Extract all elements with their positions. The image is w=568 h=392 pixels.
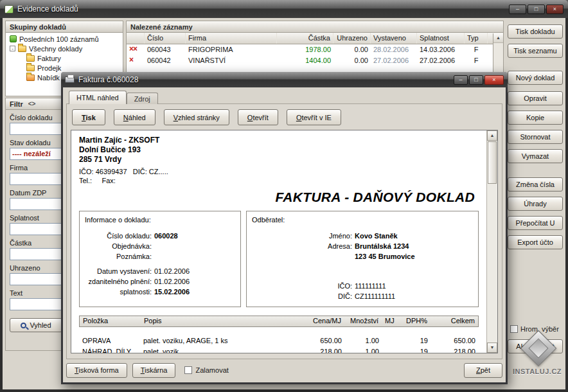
datum-zdp-input[interactable] xyxy=(10,198,62,210)
castka-input[interactable] xyxy=(10,248,62,260)
item-mnozstvi: 1.00 xyxy=(345,346,382,353)
tisk-seznamu-button[interactable]: Tisk seznamu xyxy=(508,44,563,58)
column-header-splatnost[interactable]: Splatnost xyxy=(417,33,465,44)
invoice-doc-title: FAKTURA - DAŇOVÝ DOKLAD xyxy=(79,190,479,205)
export-ucto-button[interactable]: Export účto xyxy=(508,235,563,249)
row-label: IČO: xyxy=(307,281,352,291)
unpaid-status-icon: × xyxy=(127,55,145,66)
uhrady-button[interactable]: Úhrady xyxy=(508,197,563,211)
printer-icon xyxy=(65,76,75,83)
hrom-vyber-option[interactable]: Hrom. výběr xyxy=(510,325,559,333)
zmena-cisla-button[interactable]: Změna čísla xyxy=(508,177,563,192)
close-icon[interactable]: × xyxy=(546,4,564,14)
stornovat-button[interactable]: Stornovat xyxy=(508,130,563,144)
tree-item-label: Všechny doklady xyxy=(29,45,82,53)
tab-html-nahled[interactable]: HTML náhled xyxy=(69,91,127,104)
minimize-icon[interactable]: – xyxy=(454,75,468,85)
row-value: 060028 xyxy=(154,231,235,241)
table-row[interactable]: × 060042 VINAŘSTVÍ 1404.00 0.00 27.02.20… xyxy=(127,55,503,66)
maximize-icon[interactable]: □ xyxy=(528,4,545,14)
tree-item-all-documents[interactable]: - Všechny doklady xyxy=(6,44,123,53)
scroll-down-icon[interactable]: ▼ xyxy=(487,343,497,353)
collapse-icon[interactable]: <> xyxy=(28,100,36,107)
otevrit-button[interactable]: Otevřít xyxy=(238,109,278,125)
tree-item-prodejky[interactable]: Prodejk xyxy=(6,63,123,73)
otevrit-v-ie-button[interactable]: Otevřít v IE xyxy=(287,109,341,125)
tisk-button[interactable]: Tisk xyxy=(72,109,105,125)
customer-box-rows: Jméno: Kovo Staněk Adresa: Bruntálská 12… xyxy=(252,231,473,301)
tiskova-forma-button[interactable]: Tisková forma xyxy=(66,363,127,378)
item-celkem: 218.00 xyxy=(431,346,479,353)
tisk-dokladu-button[interactable]: Tisk dokladu xyxy=(508,24,563,39)
tree-item-faktury[interactable]: Faktury xyxy=(6,53,123,63)
row-label: Jméno: xyxy=(307,231,352,241)
item-polozka: OPRAVA xyxy=(79,335,140,346)
customer-box: Odběratel: Jméno: Kovo Staněk Adresa: Br… xyxy=(246,211,479,307)
search-button[interactable]: Vyhled xyxy=(10,318,62,332)
vzhled-stranky-button[interactable]: Vzhled stránky xyxy=(164,109,229,125)
search-icon xyxy=(21,323,26,328)
cell-firma: FRIGOPRIMA xyxy=(186,44,277,55)
cell-cislo: 060042 xyxy=(145,55,186,66)
prepocitat-button[interactable]: Přepočítat U xyxy=(508,216,563,230)
row-label: DIČ: xyxy=(307,291,352,301)
column-header-status[interactable] xyxy=(127,33,145,44)
zalamovat-checkbox[interactable] xyxy=(184,366,192,374)
invoice-info-boxes: Informace o dokladu: Číslo dokladu: 0600… xyxy=(79,211,479,307)
window-title: Evidence dokladů xyxy=(17,4,78,13)
column-header-cislo[interactable]: Číslo xyxy=(145,33,186,44)
item-mj xyxy=(382,335,402,346)
tree-item-label: Faktury xyxy=(37,55,61,62)
dialog-tabs: HTML náhled Zdroj xyxy=(69,91,158,104)
groups-panel-header: Skupiny dokladů xyxy=(6,21,123,33)
novy-doklad-button[interactable]: Nový doklad xyxy=(508,71,563,85)
column-header-uhrazeno[interactable]: Uhrazeno xyxy=(333,33,371,44)
column-header-vystaveno[interactable]: Vystaveno xyxy=(371,33,417,44)
nahled-button[interactable]: Náhled xyxy=(114,109,155,125)
scroll-up-icon[interactable]: ▲ xyxy=(487,130,497,141)
row-label: Datum vystavení: xyxy=(85,266,152,276)
tab-zdroj[interactable]: Zdroj xyxy=(127,93,158,104)
main-window: Evidence dokladů – □ × Skupiny dokladů P… xyxy=(0,0,568,392)
cislo-dokladu-input[interactable] xyxy=(10,123,62,135)
row-value: 111111111 xyxy=(355,281,473,291)
tree-item-last100[interactable]: Posledních 100 záznamů xyxy=(6,34,123,44)
zalamovat-option[interactable]: Zalamovat xyxy=(184,366,228,374)
close-icon[interactable]: × xyxy=(484,75,504,85)
minimize-icon[interactable]: – xyxy=(509,4,526,14)
hrom-vyber-checkbox[interactable] xyxy=(510,325,518,333)
cell-uhrazeno: 0.00 xyxy=(333,44,371,55)
item-popis: palet. voziku, ARAGE, 1 ks xyxy=(140,335,301,346)
maximize-icon[interactable]: □ xyxy=(469,75,483,85)
text-input[interactable] xyxy=(10,298,62,310)
item-celkem: 650.00 xyxy=(431,335,479,346)
column-header-firma[interactable]: Firma xyxy=(186,33,277,44)
item-cena: 650.00 xyxy=(301,335,345,346)
row-label: Objednávka: xyxy=(85,241,152,251)
row-value xyxy=(154,241,235,251)
items-col-mnozstvi: Množství xyxy=(344,316,382,326)
column-header-typ[interactable]: Typ xyxy=(465,33,488,44)
expander-icon[interactable]: - xyxy=(10,46,15,51)
invoice-preview: Martin Zajíc - ZKSOFT Dolní Bučice 193 2… xyxy=(71,130,498,353)
tiskarna-button[interactable]: Tiskárna xyxy=(132,363,176,378)
dialog-bottom-bar: Tisková forma Tiskárna Zalamovat Zpět xyxy=(66,361,502,379)
items-col-celkem: Celkem xyxy=(430,316,478,326)
unpaid-status-icon: ×× xyxy=(127,44,145,55)
uhrazeno-input[interactable] xyxy=(10,273,62,285)
scrollbar-thumb[interactable] xyxy=(488,141,497,184)
row-label: Adresa: xyxy=(307,241,352,251)
splatnost-input[interactable] xyxy=(10,223,62,235)
dialog-window-controls: – □ × xyxy=(454,75,504,85)
row-label xyxy=(307,251,352,262)
vymazat-button[interactable]: Vymazat xyxy=(508,149,563,163)
kopie-button[interactable]: Kopie xyxy=(508,111,563,125)
firma-input[interactable] xyxy=(10,173,62,185)
zpet-button[interactable]: Zpět xyxy=(464,363,502,378)
scroll-up-icon[interactable]: ▲ xyxy=(493,33,503,43)
opravit-button[interactable]: Opravit xyxy=(508,91,563,105)
table-row[interactable]: ×× 060043 FRIGOPRIMA 1978.00 0.00 28.02.… xyxy=(127,44,503,55)
preview-scrollbar[interactable]: ▲ ▼ xyxy=(486,130,497,353)
column-header-castka[interactable]: Částka xyxy=(277,33,333,44)
stav-dokladu-select[interactable]: ---- nezáleží xyxy=(10,148,64,160)
